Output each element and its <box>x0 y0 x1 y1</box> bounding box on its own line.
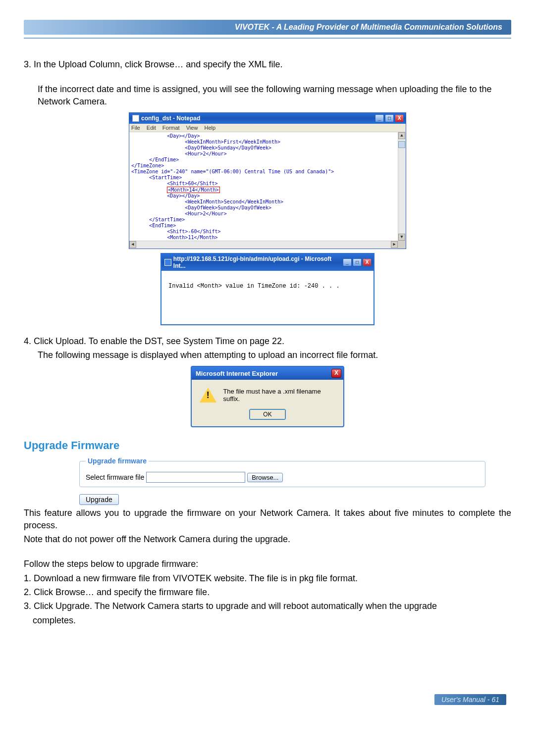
upgrade-follow: Follow the steps below to upgrade firmwa… <box>24 558 511 570</box>
upgrade-desc2: Note that do not power off the Network C… <box>24 533 511 545</box>
browse-button[interactable]: Browse... <box>247 473 283 482</box>
vertical-scrollbar[interactable]: ▲ ▼ <box>398 132 406 241</box>
horizontal-scrollbar[interactable]: ◄ ► <box>129 241 398 249</box>
scroll-thumb[interactable] <box>398 141 405 148</box>
scroll-up-icon[interactable]: ▲ <box>398 132 405 139</box>
code-redbox-line: <Month>14</Month> <box>131 187 404 193</box>
page-footer: User's Manual - 61 <box>24 696 511 704</box>
ie-alert-title: Microsoft Internet Explorer <box>196 370 278 377</box>
maximize-button[interactable]: □ <box>385 114 394 122</box>
scroll-corner <box>398 241 406 249</box>
header-rule <box>24 38 511 39</box>
close-button[interactable]: X <box>363 258 372 266</box>
menu-edit[interactable]: Edit <box>147 125 156 131</box>
ie-upload-title: http://192.168.5.121/cgi-bin/admin/uploa… <box>173 255 343 269</box>
step3-note: If the incorrect date and time is assign… <box>38 83 511 107</box>
close-button[interactable]: X <box>331 369 341 378</box>
ok-button[interactable]: OK <box>250 409 285 419</box>
menu-help[interactable]: Help <box>204 125 215 131</box>
menu-file[interactable]: File <box>131 125 140 131</box>
notepad-menubar: File Edit Format View Help <box>129 124 406 132</box>
upgrade-s2: 2. Click Browse… and specify the firmwar… <box>24 586 511 598</box>
close-button[interactable]: X <box>395 114 404 122</box>
ie-alert-titlebar[interactable]: Microsoft Internet Explorer X <box>192 367 343 380</box>
ie-icon <box>164 259 171 266</box>
notepad-icon <box>132 115 139 122</box>
upgrade-s3b: completes. <box>33 614 511 626</box>
ie-alert-dialog: Microsoft Internet Explorer X The file m… <box>191 366 344 427</box>
header-brand: VIVOTEK - A Leading Provider of Multimed… <box>24 20 511 35</box>
upgrade-legend: Upgrade firmware <box>86 457 149 465</box>
footer-text: User's Manual - 61 <box>434 694 506 705</box>
ie-upload-message: Invalid <Month> value in TimeZone id: -2… <box>161 271 374 324</box>
step4-line1: 4. Click Upload. To enable the DST, see … <box>24 335 511 347</box>
notepad-title: config_dst - Notepad <box>141 115 200 122</box>
minimize-button[interactable]: _ <box>343 258 352 266</box>
menu-view[interactable]: View <box>186 125 198 131</box>
upgrade-button[interactable]: Upgrade <box>79 494 119 505</box>
select-firmware-label: Select firmware file <box>86 473 144 481</box>
step3-line: 3. In the Upload Column, click Browse… a… <box>24 58 511 70</box>
month-redbox-highlight: <Month>14</Month> <box>167 187 219 193</box>
upgrade-desc1: This feature allows you to upgrade the f… <box>24 507 511 531</box>
upgrade-s3: 3. Click Upgrade. The Network Camera sta… <box>24 600 511 612</box>
upgrade-heading: Upgrade Firmware <box>24 439 511 452</box>
minimize-button[interactable]: _ <box>375 114 384 122</box>
step4-line2: The following message is displayed when … <box>38 349 511 361</box>
upgrade-firmware-group: Upgrade firmware Select firmware file Br… <box>79 457 485 487</box>
menu-format[interactable]: Format <box>162 125 180 131</box>
maximize-button[interactable]: □ <box>353 258 362 266</box>
scroll-right-icon[interactable]: ► <box>391 241 398 248</box>
scroll-left-icon[interactable]: ◄ <box>129 241 136 248</box>
scroll-down-icon[interactable]: ▼ <box>398 234 405 241</box>
notepad-text-area[interactable]: <Day></Day> <WeekInMonth>First</WeekInMo… <box>129 132 406 249</box>
ie-upload-window: http://192.168.5.121/cgi-bin/admin/uploa… <box>160 253 374 325</box>
upgrade-s1: 1. Download a new firmware file from VIV… <box>24 572 511 584</box>
firmware-file-input[interactable] <box>146 472 245 483</box>
notepad-titlebar[interactable]: config_dst - Notepad _ □ X <box>129 113 406 124</box>
code-before: <Day></Day> <WeekInMonth>First</WeekInMo… <box>131 133 404 187</box>
warning-icon <box>200 388 216 403</box>
ie-upload-titlebar[interactable]: http://192.168.5.121/cgi-bin/admin/uploa… <box>161 254 374 271</box>
ie-alert-message: The file must have a .xml filename suffi… <box>223 388 337 403</box>
notepad-window: config_dst - Notepad _ □ X File Edit For… <box>129 112 406 249</box>
